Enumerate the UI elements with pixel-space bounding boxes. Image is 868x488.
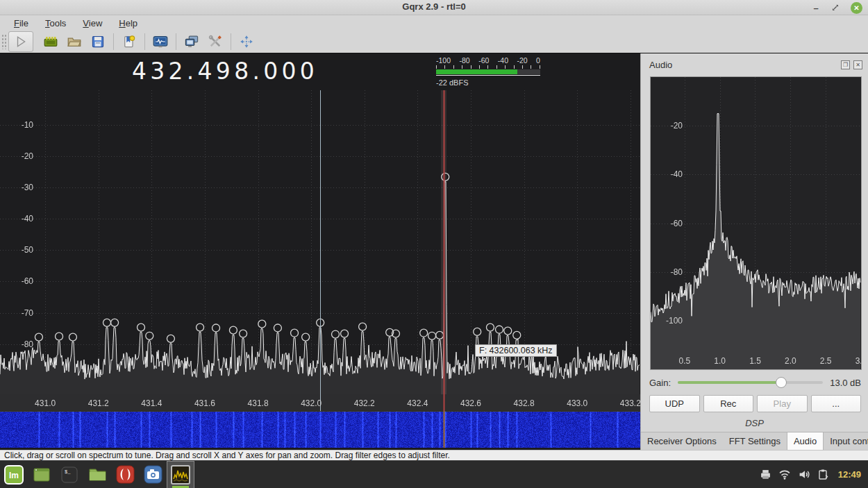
window-title: Gqrx 2.9 - rtl=0 <box>0 1 868 12</box>
volume-icon[interactable] <box>798 469 810 480</box>
dbfs-tick-label: 0 <box>536 56 540 65</box>
save-file-button[interactable] <box>87 32 108 51</box>
dock-title: Audio <box>649 60 837 70</box>
audio-fft-plot <box>651 77 861 369</box>
gain-value: 13.0 dB <box>830 378 861 388</box>
dbfs-tick-label: -100 <box>436 56 451 65</box>
clipboard-icon[interactable] <box>817 469 828 480</box>
minimize-button[interactable]: – <box>810 2 822 13</box>
dbfs-tick-label: -60 <box>478 56 489 65</box>
taskbar: lm $_ <box>0 460 868 488</box>
svg-text:lm: lm <box>9 471 19 480</box>
file-manager-button[interactable] <box>83 461 111 488</box>
gqrx-icon <box>171 465 190 485</box>
statusbar: Click, drag or scroll on spectrum to tun… <box>0 450 868 460</box>
gain-row: Gain: 13.0 dB <box>649 376 861 389</box>
frequency-display[interactable]: 432.498.000 <box>132 58 312 85</box>
audio-fft-frame <box>650 76 862 370</box>
toolbar-separator <box>231 33 231 50</box>
remote-control-button[interactable] <box>181 32 202 51</box>
menu-file[interactable]: File <box>7 17 35 30</box>
gain-slider[interactable] <box>678 376 823 389</box>
device-chip-icon <box>44 35 58 49</box>
dsp-group-label: DSP <box>641 418 868 428</box>
gqrx-window: Gqrx 2.9 - rtl=0 – ✕ File Tools View Hel… <box>0 0 868 488</box>
dbfs-tick-label: -20 <box>517 56 527 65</box>
open-file-button[interactable] <box>64 32 85 51</box>
titlebar[interactable]: Gqrx 2.9 - rtl=0 – ✕ <box>0 0 868 15</box>
dsp-settings-button[interactable] <box>205 32 226 51</box>
tab-input-controls[interactable]: Input controls <box>824 432 868 450</box>
terminal-button[interactable]: $_ <box>56 461 83 488</box>
folder-icon <box>88 465 107 484</box>
audio-buttons: UDP Rec Play ... <box>649 395 861 412</box>
terminal-icon: $_ <box>60 466 78 484</box>
camera-icon <box>144 465 162 484</box>
open-folder-icon <box>67 35 81 49</box>
device-config-button[interactable] <box>40 32 61 51</box>
signal-strength-meter: -100 -80 -60 -40 -20 0 -22 dBFS <box>436 56 540 87</box>
mint-logo-icon: lm <box>4 465 24 485</box>
svg-text:$_: $_ <box>65 469 71 475</box>
iq-tool-button[interactable] <box>150 32 171 51</box>
mint-menu-button[interactable]: lm <box>0 461 28 488</box>
rf-spectrum-plot[interactable] <box>0 90 640 411</box>
gqrx-taskbar-button[interactable] <box>167 461 194 488</box>
toolbar-drag-handle[interactable] <box>1 34 7 49</box>
tab-fft-settings[interactable]: FFT Settings <box>723 432 787 450</box>
dbfs-tick-label: -80 <box>459 56 469 65</box>
fullscreen-button[interactable] <box>236 32 257 51</box>
dbfs-underline <box>436 75 540 76</box>
desktop-window-icon <box>33 466 51 484</box>
show-desktop-button[interactable] <box>28 461 56 488</box>
more-options-button[interactable]: ... <box>811 395 862 412</box>
dbfs-ruler <box>436 65 540 69</box>
gain-slider-handle[interactable] <box>776 377 787 388</box>
remote-computers-icon <box>184 35 199 49</box>
waterfall-display[interactable] <box>0 411 640 448</box>
save-floppy-icon <box>91 35 105 49</box>
toolbar-separator <box>144 33 145 50</box>
system-tray: 12:49 <box>760 469 868 480</box>
rec-button[interactable]: Rec <box>703 395 754 412</box>
fullscreen-arrows-icon <box>240 35 253 49</box>
printer-icon[interactable] <box>760 469 771 480</box>
udp-button[interactable]: UDP <box>649 395 700 412</box>
clock[interactable]: 12:49 <box>838 469 861 480</box>
maximize-icon <box>831 3 840 12</box>
frequency-row: 432.498.000 -100 -80 -60 -40 -20 0 -22 d… <box>0 53 640 90</box>
close-dock-icon[interactable]: ✕ <box>853 60 862 69</box>
dbfs-tick-label: -40 <box>498 56 508 65</box>
maximize-button[interactable] <box>829 2 842 13</box>
tab-receiver-options[interactable]: Receiver Options <box>641 432 723 450</box>
main-area: 432.498.000 -100 -80 -60 -40 -20 0 -22 d… <box>0 53 868 450</box>
toolbar-separator <box>113 33 114 50</box>
screenshot-button[interactable] <box>139 461 167 488</box>
float-window-icon[interactable]: ❐ <box>841 60 850 69</box>
hexchat-icon <box>116 465 135 484</box>
wifi-icon[interactable] <box>778 469 791 480</box>
menu-help[interactable]: Help <box>112 17 144 30</box>
start-dsp-button[interactable] <box>8 31 33 52</box>
dock-tabbar: Receiver Options FFT Settings Audio Inpu… <box>641 432 868 450</box>
toolbar-separator <box>176 33 176 50</box>
bookmark-icon <box>122 35 136 49</box>
menu-view[interactable]: View <box>76 17 109 30</box>
tools-icon <box>208 35 222 49</box>
bookmarks-button[interactable] <box>119 32 140 51</box>
toolbar <box>0 31 868 53</box>
hexchat-button[interactable] <box>111 461 139 488</box>
play-icon <box>15 35 27 48</box>
dbfs-value: -22 dBFS <box>436 78 540 87</box>
play-button[interactable]: Play <box>757 395 808 412</box>
scope-display-icon <box>153 35 168 49</box>
spectrum-panel: 432.498.000 -100 -80 -60 -40 -20 0 -22 d… <box>0 53 640 450</box>
frequency-tooltip: F: 432600.063 kHz <box>475 344 557 357</box>
menubar: File Tools View Help <box>0 15 868 31</box>
close-button[interactable]: ✕ <box>851 2 862 14</box>
status-text: Click, drag or scroll on spectrum to tun… <box>4 451 450 460</box>
menu-tools[interactable]: Tools <box>38 17 73 30</box>
tab-audio[interactable]: Audio <box>787 432 824 450</box>
gain-label: Gain: <box>649 378 671 388</box>
audio-dock: Audio ❐ ✕ Gain: 13.0 dB UDP Rec Play ... <box>640 53 868 450</box>
